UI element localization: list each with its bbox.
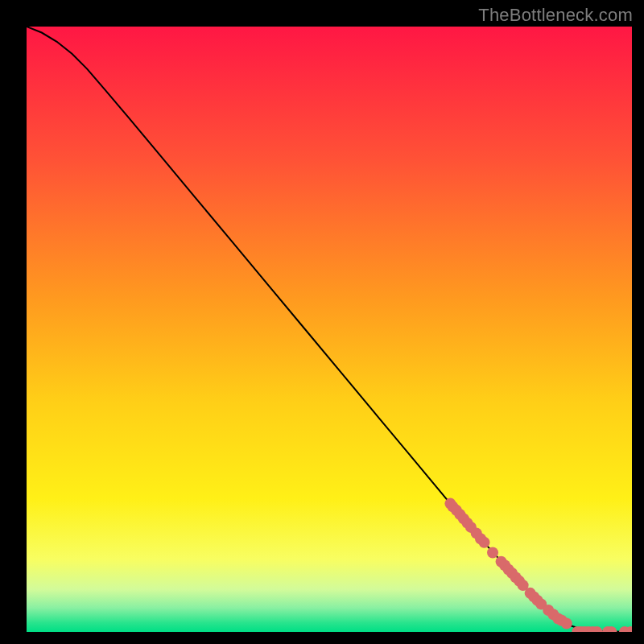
attribution-text: TheBottleneck.com: [478, 5, 633, 26]
bottleneck-chart: [27, 27, 632, 632]
chart-marker: [487, 547, 498, 558]
chart-background: [27, 27, 632, 632]
chart-marker: [479, 537, 490, 548]
chart-marker: [561, 617, 572, 629]
